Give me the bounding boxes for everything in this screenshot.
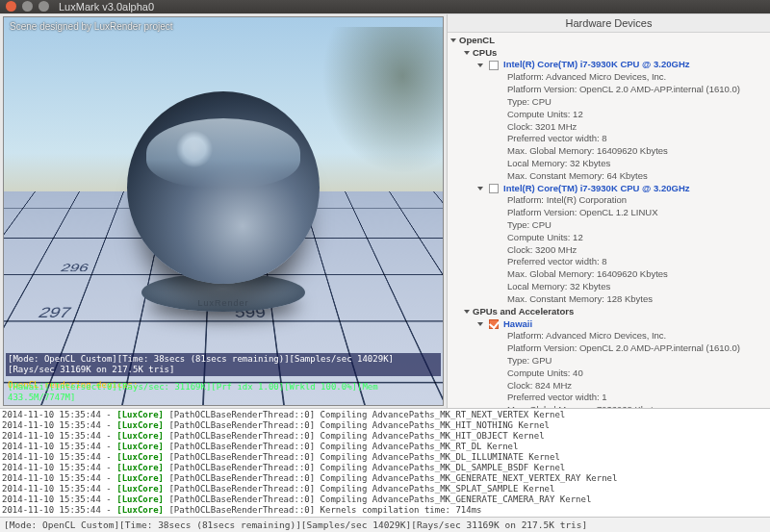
scene-credit: Scene designed by LuxRender project: [10, 21, 173, 32]
device-prop: Max. Global Memory: 7932928 Kbytes: [507, 404, 768, 408]
hardware-panel-title: Hardware Devices: [448, 14, 770, 33]
tree-root-opencl[interactable]: OpenCL: [459, 35, 495, 47]
log-line: 2014-11-10 15:35:44 - [LuxCore] [PathOCL…: [2, 494, 768, 505]
device-props-cpu1: Platform: Advanced Micro Devices, Inc.Pl…: [478, 71, 768, 182]
device-prop: Type: CPU: [507, 219, 768, 232]
device-props-cpu2: Platform: Intel(R) CorporationPlatform V…: [478, 194, 768, 305]
render-viewport: Scene designed by LuxRender project 2965…: [3, 16, 444, 406]
device-prop: Preferred vector width: 1: [507, 392, 768, 404]
log-line: 2014-11-10 15:35:44 - [LuxCore] [PathOCL…: [2, 442, 768, 452]
device-prop: Platform: Advanced Micro Devices, Inc.: [507, 330, 768, 342]
log-line: 2014-11-10 15:35:44 - [LuxCore] [PathOCL…: [2, 484, 768, 494]
device-prop: Platform Version: OpenCL 2.0 AMD-APP.int…: [507, 84, 768, 96]
log-line: 2014-11-10 15:35:44 - [LuxCore] [PathOCL…: [2, 410, 768, 420]
device-checkbox-cpu2[interactable]: [489, 184, 499, 193]
viewport-stats-line1: [Mode: OpenCL Custom][Time: 38secs (81se…: [6, 353, 441, 377]
device-tree[interactable]: OpenCL CPUs Intel(R) Core(TM) i7-3930K C…: [448, 33, 770, 408]
device-prop: Max. Constant Memory: 128 Kbytes: [507, 293, 768, 306]
device-prop: Max. Global Memory: 16409620 Kbytes: [507, 145, 768, 158]
window-title: LuxMark v3.0alpha0: [59, 1, 154, 13]
device-prop: Type: CPU: [507, 96, 768, 109]
device-prop: Clock: 824 MHz: [507, 380, 768, 393]
device-prop: Platform: Advanced Micro Devices, Inc.: [507, 71, 768, 84]
log-line: 2014-11-10 15:35:44 - [LuxCore] [PathOCL…: [2, 473, 768, 484]
device-name-cpu1[interactable]: Intel(R) Core(TM) i7-3930K CPU @ 3.20GHz: [503, 59, 690, 71]
device-prop: Preferred vector width: 8: [507, 133, 768, 145]
device-prop: Max. Global Memory: 16409620 Kbytes: [507, 268, 768, 281]
device-props-hawaii: Platform: Advanced Micro Devices, Inc.Pl…: [478, 330, 768, 408]
device-prop: Compute Units: 12: [507, 232, 768, 244]
chevron-down-icon[interactable]: [464, 51, 470, 55]
device-name-cpu2[interactable]: Intel(R) Core(TM) i7-3930K CPU @ 3.20GHz: [503, 183, 690, 195]
log-line: 2014-11-10 15:35:44 - [LuxCore] [PathOCL…: [2, 452, 768, 463]
device-prop: Platform Version: OpenCL 2.0 AMD-APP.int…: [507, 342, 768, 355]
device-prop: Clock: 3200 MHz: [507, 244, 768, 257]
device-prop: Platform: Intel(R) Corporation: [507, 194, 768, 207]
device-prop: Max. Constant Memory: 64 Kbytes: [507, 170, 768, 183]
chevron-down-icon[interactable]: [450, 38, 456, 42]
device-checkbox-cpu1[interactable]: [489, 61, 499, 70]
status-bar: [Mode: OpenCL Custom][Time: 38secs (81se…: [0, 517, 770, 532]
device-prop: Compute Units: 12: [507, 109, 768, 121]
log-line: 2014-11-10 15:35:44 - [LuxCore] [PathOCL…: [2, 463, 768, 473]
chevron-down-icon[interactable]: [464, 310, 470, 314]
minimize-icon[interactable]: [22, 1, 33, 12]
chevron-down-icon[interactable]: [477, 63, 483, 67]
device-prop: Clock: 3201 MHz: [507, 121, 768, 134]
chevron-down-icon[interactable]: [477, 187, 483, 190]
device-prop: Type: GPU: [507, 355, 768, 367]
device-prop: Platform Version: OpenCL 1.2 LINUX: [507, 207, 768, 219]
chevron-down-icon[interactable]: [477, 322, 483, 326]
device-prop: Local Memory: 32 Kbytes: [507, 281, 768, 293]
log-line: 2014-11-10 15:35:44 - [LuxCore] [PathOCL…: [2, 420, 768, 431]
viewport-stats-line3: [Hawaii][Intersect:0][Rays/sec: 31169K][…: [6, 381, 441, 405]
tree-group-cpus[interactable]: CPUs: [473, 47, 497, 60]
window-titlebar: LuxMark v3.0alpha0: [0, 0, 770, 13]
log-line: 2014-11-10 15:35:44 - [LuxCore] [PathOCL…: [2, 505, 768, 516]
background-foliage: [308, 27, 443, 190]
tree-group-gpus[interactable]: GPUs and Accelerators: [473, 306, 574, 318]
luxrender-logo-text: LuxRender: [197, 298, 248, 308]
device-prop: Preferred vector width: 8: [507, 256, 768, 268]
maximize-icon[interactable]: [38, 1, 49, 12]
chrome-ball: [127, 91, 320, 284]
device-prop: Compute Units: 40: [507, 367, 768, 380]
log-panel[interactable]: 2014-11-10 15:35:44 - [LuxCore] [PathOCL…: [0, 408, 770, 517]
device-name-hawaii[interactable]: Hawaii: [503, 318, 532, 331]
log-line: 2014-11-10 15:35:44 - [LuxCore] [PathOCL…: [2, 431, 768, 442]
device-checkbox-hawaii[interactable]: [489, 319, 499, 329]
close-icon[interactable]: [6, 1, 16, 12]
device-prop: Local Memory: 32 Kbytes: [507, 158, 768, 170]
